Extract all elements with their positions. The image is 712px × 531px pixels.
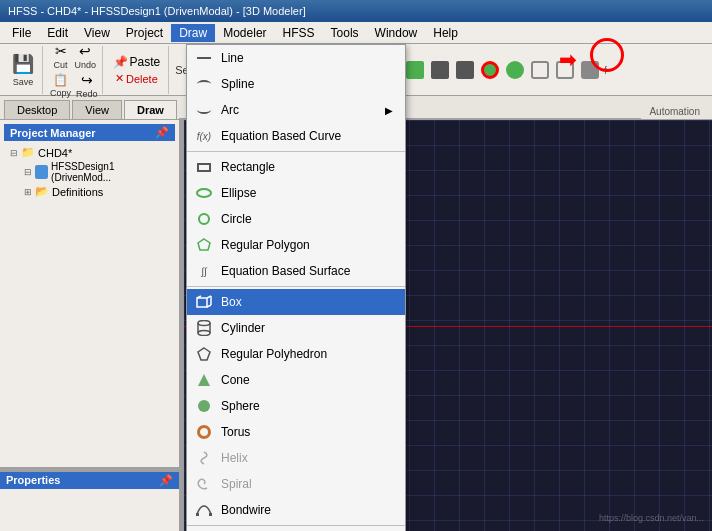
3d-hex-button[interactable] <box>579 59 601 81</box>
draw-menu-box[interactable]: Box <box>187 289 405 315</box>
menu-bar: File Edit View Project Draw Modeler HFSS… <box>0 22 712 44</box>
draw-menu-eq-surface[interactable]: ∫∫ Equation Based Surface <box>187 258 405 284</box>
draw-menu-circle[interactable]: Circle <box>187 206 405 232</box>
paste-label: Paste <box>130 55 161 69</box>
tree-item-chd4[interactable]: ⊟ 📁 CHD4* <box>8 145 171 160</box>
cone-icon <box>195 371 213 389</box>
draw-menu-line[interactable]: Line <box>187 45 405 71</box>
toolbar-3d-group: f <box>400 46 611 94</box>
definitions-label: Definitions <box>52 186 103 198</box>
project-manager-section: Project Manager 📌 ⊟ 📁 CHD4* ⊟ HFSSDesign… <box>0 120 179 207</box>
automation-label: Automation <box>641 104 708 119</box>
menu-modeler[interactable]: Modeler <box>215 24 274 42</box>
3d-box-icon <box>406 61 424 79</box>
menu-help[interactable]: Help <box>425 24 466 42</box>
3d-green2-icon <box>506 61 524 79</box>
menu-tools[interactable]: Tools <box>323 24 367 42</box>
3d-box-button[interactable] <box>404 59 426 81</box>
3d-shape2-button[interactable] <box>454 59 476 81</box>
hfssdesign-label: HFSSDesign1 (DrivenMod... <box>51 161 169 183</box>
tab-desktop[interactable]: Desktop <box>4 100 70 119</box>
3d-curved1-button[interactable] <box>529 59 551 81</box>
menu-hfss[interactable]: HFSS <box>275 24 323 42</box>
tree-expand-def[interactable]: ⊞ <box>24 187 32 197</box>
hfssdesign-icon <box>35 165 48 179</box>
menu-window[interactable]: Window <box>367 24 426 42</box>
torus-icon <box>195 423 213 441</box>
polyhedron-icon <box>195 345 213 363</box>
draw-menu-bondwire[interactable]: Bondwire <box>187 497 405 523</box>
separator-1 <box>187 151 405 152</box>
draw-menu-rectangle[interactable]: Rectangle <box>187 154 405 180</box>
helix-icon <box>195 449 213 467</box>
undo-label: Undo <box>75 60 97 70</box>
draw-menu-torus[interactable]: Torus <box>187 419 405 445</box>
3d-hex-icon <box>581 61 599 79</box>
spline-icon <box>195 75 213 93</box>
ellipse-icon <box>195 184 213 202</box>
tree-expand-hfss[interactable]: ⊟ <box>24 167 32 177</box>
menu-view[interactable]: View <box>76 24 118 42</box>
draw-menu-arc[interactable]: Arc ▶ <box>187 97 405 123</box>
properties-pin[interactable]: 📌 <box>159 474 173 487</box>
3d-shape1-button[interactable] <box>429 59 451 81</box>
project-manager-pin[interactable]: 📌 <box>155 126 169 139</box>
draw-menu-eq-surface-label: Equation Based Surface <box>221 264 350 278</box>
draw-menu-eq-curve-label: Equation Based Curve <box>221 129 341 143</box>
draw-menu-torus-label: Torus <box>221 425 250 439</box>
3d-green2-button[interactable] <box>504 59 526 81</box>
project-tree: ⊟ 📁 CHD4* ⊟ HFSSDesign1 (DrivenMod... ⊞ … <box>4 141 175 203</box>
tree-item-hfssdesign[interactable]: ⊟ HFSSDesign1 (DrivenMod... <box>8 160 171 184</box>
chd4-label: CHD4* <box>38 147 72 159</box>
menu-project[interactable]: Project <box>118 24 171 42</box>
draw-menu-polyhedron[interactable]: Regular Polyhedron <box>187 341 405 367</box>
redo-button[interactable]: ↪ <box>77 71 97 89</box>
svg-rect-12 <box>196 513 199 516</box>
arc-icon <box>195 101 213 119</box>
draw-menu-polygon[interactable]: Regular Polygon <box>187 232 405 258</box>
3d-arrow-button[interactable] <box>554 59 576 81</box>
paste-button[interactable]: 📌 Paste <box>109 54 165 70</box>
arc-submenu-arrow: ▶ <box>385 105 393 116</box>
draw-menu-eq-curve[interactable]: f(x) Equation Based Curve <box>187 123 405 149</box>
tab-draw[interactable]: Draw <box>124 100 177 119</box>
eq-curve-icon: f(x) <box>195 127 213 145</box>
draw-menu-line-label: Line <box>221 51 244 65</box>
definitions-folder-icon: 📂 <box>35 185 49 198</box>
draw-menu-polygon-label: Regular Polygon <box>221 238 310 252</box>
sidebar-spacer <box>0 207 179 467</box>
svg-point-6 <box>198 321 210 326</box>
cut-button[interactable]: ✂ <box>51 42 71 60</box>
save-button[interactable]: 💾 Save <box>8 52 38 88</box>
menu-draw[interactable]: Draw <box>171 24 215 42</box>
project-manager-label: Project Manager <box>10 127 96 139</box>
draw-menu-spiral: Spiral <box>187 471 405 497</box>
draw-menu-cone[interactable]: Cone <box>187 367 405 393</box>
3d-curved1-icon <box>531 61 549 79</box>
separator-2 <box>187 286 405 287</box>
3d-green1-button[interactable] <box>479 59 501 81</box>
draw-menu-cylinder[interactable]: Cylinder <box>187 315 405 341</box>
tab-view[interactable]: View <box>72 100 122 119</box>
delete-button[interactable]: ✕ Delete <box>111 71 162 86</box>
menu-edit[interactable]: Edit <box>39 24 76 42</box>
tree-item-definitions[interactable]: ⊞ 📂 Definitions <box>8 184 171 199</box>
tree-expand-chd4[interactable]: ⊟ <box>10 148 18 158</box>
3d-shape1-icon <box>431 61 449 79</box>
toolbar-edit-group: ✂ Cut ↩ Undo 📋 Copy ↪ Redo <box>45 46 103 94</box>
chd4-icon: 📁 <box>21 146 35 159</box>
undo-button[interactable]: ↩ <box>75 42 95 60</box>
separator-3 <box>187 525 405 526</box>
box-icon <box>195 293 213 311</box>
cylinder-icon <box>195 319 213 337</box>
draw-menu-spline[interactable]: Spline <box>187 71 405 97</box>
draw-menu-sphere[interactable]: Sphere <box>187 393 405 419</box>
line-icon <box>195 49 213 67</box>
polygon-icon <box>195 236 213 254</box>
copy-button[interactable]: 📋 <box>49 72 72 88</box>
redo-label: Redo <box>76 89 98 99</box>
3d-green1-icon <box>481 61 499 79</box>
draw-menu-box-label: Box <box>221 295 242 309</box>
draw-menu-ellipse[interactable]: Ellipse <box>187 180 405 206</box>
menu-file[interactable]: File <box>4 24 39 42</box>
